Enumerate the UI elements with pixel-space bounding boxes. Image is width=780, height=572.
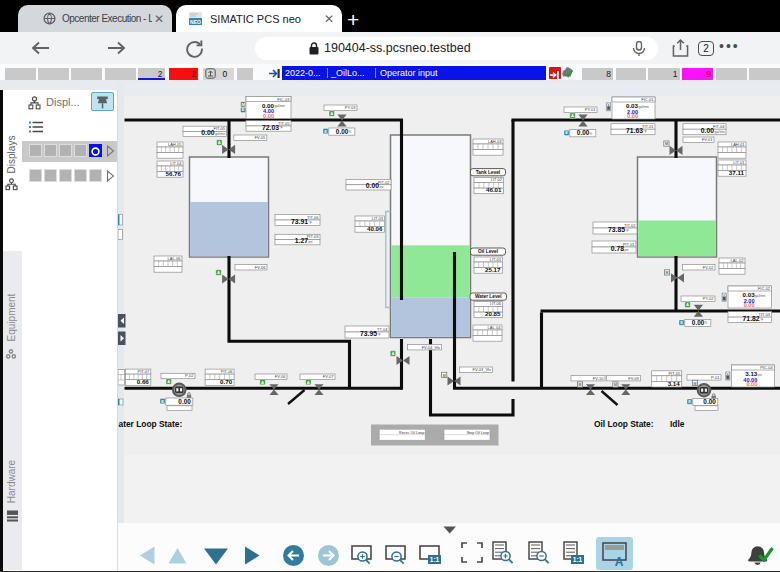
svg-text:FV-09: FV-09 xyxy=(628,376,639,381)
svg-text:73.85: 73.85 xyxy=(608,226,625,233)
svg-text:FV-03_Vlv: FV-03_Vlv xyxy=(473,367,491,372)
svg-text:0.00: 0.00 xyxy=(627,113,638,119)
svg-text:PIT-01: PIT-01 xyxy=(623,242,636,247)
svg-text:°F: °F xyxy=(760,318,763,322)
svg-text:%: % xyxy=(349,130,352,134)
svg-text:Idle: Idle xyxy=(670,419,685,429)
svg-text:1:1: 1:1 xyxy=(430,556,440,563)
svg-text:46.01: 46.01 xyxy=(486,186,502,193)
svg-text:M: M xyxy=(666,271,669,275)
svg-text:°F: °F xyxy=(626,229,629,233)
svg-text:3.14: 3.14 xyxy=(668,380,681,387)
svg-text:0.00: 0.00 xyxy=(336,128,349,135)
svg-text:0.00: 0.00 xyxy=(746,381,757,387)
svg-text:73.91: 73.91 xyxy=(291,218,308,225)
svg-text:E: E xyxy=(565,130,568,135)
svg-text:A: A xyxy=(167,379,170,384)
svg-text:FIT-05: FIT-05 xyxy=(213,126,225,131)
svg-text:psi: psi xyxy=(309,240,313,244)
svg-text:LAH-05: LAH-05 xyxy=(168,142,182,147)
svg-text:E: E xyxy=(688,399,691,404)
svg-text:M: M xyxy=(241,102,245,107)
svg-text:TIT-02: TIT-02 xyxy=(624,223,636,228)
svg-text:Recirc Oil Loop: Recirc Oil Loop xyxy=(399,431,424,435)
svg-text:40.06: 40.06 xyxy=(367,225,383,232)
svg-text:Oil Loop State:: Oil Loop State: xyxy=(594,419,654,429)
svg-text:LIT-06: LIT-06 xyxy=(490,301,502,306)
svg-text:A: A xyxy=(571,113,574,118)
svg-text:FV-02: FV-02 xyxy=(703,265,714,270)
svg-text:°F: °F xyxy=(280,126,283,130)
svg-text:ater Loop State:: ater Loop State: xyxy=(119,419,183,429)
svg-text:%: % xyxy=(705,321,708,325)
svg-text:56.76: 56.76 xyxy=(166,170,182,177)
svg-text:FIC-03: FIC-03 xyxy=(277,97,290,102)
svg-text:A: A xyxy=(686,302,689,307)
svg-text:gal/min: gal/min xyxy=(215,132,226,136)
svg-text:°F: °F xyxy=(378,333,381,337)
svg-text:0.00: 0.00 xyxy=(692,319,705,326)
svg-text:Water Level: Water Level xyxy=(475,294,502,299)
svg-text:1:1: 1:1 xyxy=(573,556,583,563)
svg-text:°F: °F xyxy=(644,130,647,134)
svg-text:LAH-01: LAH-01 xyxy=(731,142,745,147)
svg-text:A: A xyxy=(217,270,220,275)
svg-text:FV-04_Vlv: FV-04_Vlv xyxy=(422,345,440,350)
svg-text:25.17: 25.17 xyxy=(485,266,501,273)
svg-text:FIC-01: FIC-01 xyxy=(641,97,654,102)
svg-text:LIT-03: LIT-03 xyxy=(372,216,384,221)
svg-text:A: A xyxy=(330,111,333,116)
svg-text:PIT-05: PIT-05 xyxy=(668,371,681,376)
svg-text:0.70: 0.70 xyxy=(220,378,233,385)
svg-text:0.00: 0.00 xyxy=(263,113,274,119)
svg-text:LIT-05: LIT-05 xyxy=(490,257,502,262)
svg-text:FV-05: FV-05 xyxy=(255,135,266,140)
svg-text:71.63: 71.63 xyxy=(626,127,643,134)
svg-text:E: E xyxy=(242,107,245,112)
svg-text:0.00: 0.00 xyxy=(201,129,214,136)
svg-text:psi: psi xyxy=(380,185,384,189)
svg-text:TIT-06: TIT-06 xyxy=(307,215,319,220)
svg-text:A: A xyxy=(391,351,394,356)
svg-text:P-01: P-01 xyxy=(711,375,720,380)
svg-text:PIT-06: PIT-06 xyxy=(221,369,234,374)
svg-text:73.95: 73.95 xyxy=(360,330,377,337)
svg-text:gal/min: gal/min xyxy=(639,105,650,109)
svg-text:0.00: 0.00 xyxy=(701,127,714,134)
svg-text:Oil Level: Oil Level xyxy=(478,249,498,254)
svg-text:LIT-01: LIT-01 xyxy=(733,160,745,165)
svg-text:0.00: 0.00 xyxy=(703,398,716,405)
svg-text:A: A xyxy=(261,380,264,385)
svg-text:psi: psi xyxy=(625,248,629,252)
svg-text:Stop Oil Loop: Stop Oil Loop xyxy=(467,431,489,435)
svg-text:LIT-04: LIT-04 xyxy=(170,161,182,166)
svg-text:LAL-06: LAL-06 xyxy=(168,256,182,261)
svg-text:gal/min: gal/min xyxy=(275,104,286,108)
svg-text:FV-07: FV-07 xyxy=(323,374,334,379)
svg-text:TIT-03: TIT-03 xyxy=(759,312,771,317)
svg-text:PIT-02: PIT-02 xyxy=(378,180,391,185)
svg-text:E: E xyxy=(161,399,164,404)
svg-text:NEO: NEO xyxy=(190,19,201,25)
svg-text:37.11: 37.11 xyxy=(729,169,745,176)
svg-text:FIC-02: FIC-02 xyxy=(758,286,771,291)
svg-text:TIT-05: TIT-05 xyxy=(278,121,290,126)
svg-text:FV-10: FV-10 xyxy=(593,376,604,381)
svg-text:A: A xyxy=(307,380,310,385)
svg-text:72.03: 72.03 xyxy=(262,124,279,131)
svg-text:PIT-03: PIT-03 xyxy=(307,234,320,239)
svg-text:M: M xyxy=(443,374,446,378)
svg-text:FV-01: FV-01 xyxy=(702,137,713,142)
svg-text:PY-01: PY-01 xyxy=(585,107,597,112)
svg-text:0.78: 0.78 xyxy=(611,245,624,252)
svg-text:Tank Level: Tank Level xyxy=(476,170,500,175)
svg-text:0.00: 0.00 xyxy=(744,302,755,308)
svg-text:psi: psi xyxy=(758,373,762,377)
svg-text:71.82: 71.82 xyxy=(743,315,760,322)
svg-text:20.85: 20.85 xyxy=(485,310,501,317)
svg-text:E: E xyxy=(680,320,683,325)
svg-text:0.00: 0.00 xyxy=(366,182,379,189)
svg-text:LAH-03: LAH-03 xyxy=(488,139,502,144)
svg-text:1.27: 1.27 xyxy=(295,237,308,244)
svg-text:0.00: 0.00 xyxy=(577,129,590,136)
